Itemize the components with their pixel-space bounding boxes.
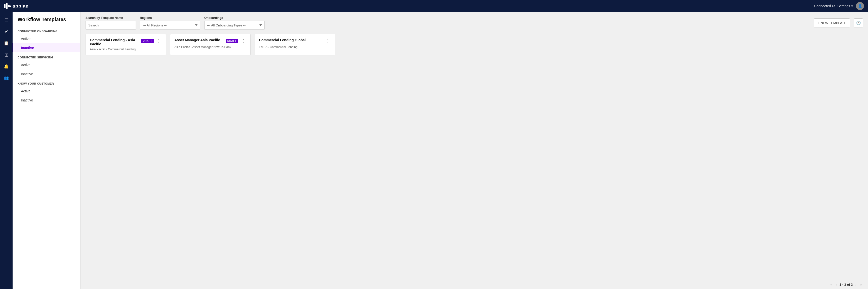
card-title-0: Commercial Lending - Asia Pacific: [90, 38, 139, 46]
history-icon: 🕐: [856, 21, 861, 25]
sidebar: Workflow Templates CONNECTED ONBOARDING …: [12, 12, 81, 289]
card-header-2: Commercial Lending Global ⋮: [259, 38, 331, 44]
card-badges-0: DRAFT ⋮: [141, 38, 162, 44]
new-template-button[interactable]: + NEW TEMPLATE: [814, 18, 850, 27]
user-avatar[interactable]: 👤: [856, 2, 864, 10]
logo-text: appian: [12, 3, 29, 9]
sidebar-item-onboarding-inactive[interactable]: Inactive: [12, 43, 80, 52]
card-subtitle-2: EMEA · Commercial Lending: [259, 45, 331, 49]
sidebar-item-servicing-active[interactable]: Active: [12, 60, 80, 69]
template-card-1[interactable]: Asset Manager Asia Pacific DRAFT ⋮ Asia …: [170, 34, 251, 55]
pagination-first-button[interactable]: «: [829, 282, 833, 287]
onboardings-select[interactable]: --- All Onboarding Types ---: [204, 21, 265, 30]
top-nav: appian Connected FS Settings ▾ 👤: [0, 0, 868, 12]
template-card-0[interactable]: Commercial Lending - Asia Pacific DRAFT …: [86, 34, 166, 55]
pagination-prev-button[interactable]: ‹: [835, 282, 838, 287]
nav-right: Connected FS Settings ▾ 👤: [814, 2, 864, 10]
card-badges-1: DRAFT ⋮: [226, 38, 246, 44]
main-layout: ☰ ✔ 📋 ◫ 🔔 👥 Workflow Templates CONNECTED…: [0, 12, 868, 289]
nav-people-icon[interactable]: 👥: [1, 73, 11, 83]
card-menu-button-0[interactable]: ⋮: [156, 38, 162, 44]
card-subtitle-0: Asia Pacific · Commercial Lending: [90, 48, 162, 51]
search-input[interactable]: [86, 21, 136, 30]
settings-menu[interactable]: Connected FS Settings ▾: [814, 4, 853, 8]
card-badge-draft-1: DRAFT: [226, 39, 238, 43]
sidebar-item-servicing-inactive[interactable]: Inactive: [12, 69, 80, 79]
sidebar-item-kyc-inactive[interactable]: Inactive: [12, 96, 80, 105]
sidebar-section-kyc: KNOW YOUR CUSTOMER: [12, 79, 80, 87]
icon-bar: ☰ ✔ 📋 ◫ 🔔 👥: [0, 12, 12, 289]
content-area: Search by Template Name Regions --- All …: [81, 12, 868, 289]
history-button[interactable]: 🕐: [854, 18, 863, 27]
cards-grid: Commercial Lending - Asia Pacific DRAFT …: [86, 34, 863, 55]
nav-menu-icon[interactable]: ☰: [1, 15, 11, 25]
pagination-last-button[interactable]: »: [859, 282, 863, 287]
card-header-0: Commercial Lending - Asia Pacific DRAFT …: [90, 38, 162, 46]
settings-label: Connected FS Settings: [814, 4, 850, 8]
nav-document-icon[interactable]: 📋: [1, 38, 11, 48]
pagination-bar: « ‹ 1 - 3 of 3 › »: [81, 280, 868, 289]
regions-label: Regions: [140, 16, 200, 20]
sidebar-item-onboarding-active[interactable]: Active: [12, 34, 80, 43]
sidebar-title: Workflow Templates: [12, 12, 80, 26]
card-title-2: Commercial Lending Global: [259, 38, 323, 42]
nav-bell-icon[interactable]: 🔔: [1, 61, 11, 71]
svg-rect-2: [8, 5, 9, 7]
card-menu-button-1[interactable]: ⋮: [240, 38, 246, 44]
search-group: Search by Template Name: [86, 16, 136, 30]
filter-bar: Search by Template Name Regions --- All …: [81, 12, 868, 33]
card-menu-button-2[interactable]: ⋮: [325, 38, 331, 44]
sidebar-item-kyc-active[interactable]: Active: [12, 87, 80, 96]
regions-select[interactable]: --- All Regions ---: [140, 21, 200, 30]
cards-area: Commercial Lending - Asia Pacific DRAFT …: [81, 33, 868, 280]
appian-logo-icon: [4, 3, 11, 9]
template-card-2[interactable]: Commercial Lending Global ⋮ EMEA · Comme…: [255, 34, 335, 55]
card-badges-2: ⋮: [325, 38, 331, 44]
svg-rect-0: [4, 4, 5, 8]
svg-rect-3: [9, 5, 11, 7]
sidebar-section-connected-servicing: CONNECTED SERVICING: [12, 52, 80, 60]
card-title-1: Asset Manager Asia Pacific: [174, 38, 224, 42]
sidebar-section-connected-onboarding: CONNECTED ONBOARDING: [12, 26, 80, 34]
onboardings-label: Onboardings: [204, 16, 265, 20]
pagination-next-button[interactable]: ›: [855, 282, 858, 287]
onboardings-group: Onboardings --- All Onboarding Types ---: [204, 16, 265, 30]
search-label: Search by Template Name: [86, 16, 136, 20]
app-logo[interactable]: appian: [4, 3, 29, 9]
regions-group: Regions --- All Regions ---: [140, 16, 200, 30]
card-header-1: Asset Manager Asia Pacific DRAFT ⋮: [174, 38, 246, 44]
avatar-icon: 👤: [858, 4, 862, 8]
settings-dropdown-icon: ▾: [851, 4, 853, 8]
pagination-info: 1 - 3 of 3: [840, 283, 853, 287]
card-badge-draft-0: DRAFT: [141, 39, 154, 43]
svg-rect-1: [6, 3, 7, 9]
card-subtitle-1: Asia Pacific · Asset Manager New To Bank: [174, 45, 246, 49]
nav-database-icon[interactable]: ◫: [1, 50, 11, 59]
nav-checklist-icon[interactable]: ✔: [1, 27, 11, 36]
